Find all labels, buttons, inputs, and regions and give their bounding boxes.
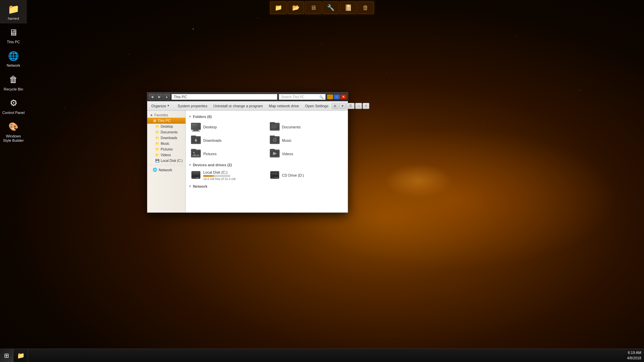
- start-button[interactable]: ⊞: [0, 349, 13, 362]
- local-disk-icon: [191, 170, 201, 181]
- hamed-folder-icon: 📁: [7, 3, 20, 15]
- explorer-window: ◀ ▶ ▲ This PC Search This PC 🔍 _ □ ✕ Org…: [147, 92, 348, 213]
- drive-item-c[interactable]: Local Disk (C:) 18.6 GB free of 31.4 GB: [189, 169, 267, 182]
- sidebar-item-this-pc[interactable]: 🖥 This PC: [147, 118, 185, 124]
- desktop-icon-control-panel[interactable]: ⚙ Control Panel: [0, 94, 27, 118]
- sidebar-item-desktop[interactable]: 📁 Desktop: [147, 124, 185, 129]
- address-bar[interactable]: This PC: [171, 94, 277, 100]
- star-icon: ★: [150, 113, 153, 117]
- devices-grid: Local Disk (C:) 18.6 GB free of 31.4 GB: [189, 169, 345, 182]
- view-icons-button[interactable]: ⊞: [332, 103, 338, 109]
- svg-rect-9: [271, 124, 279, 129]
- taskbar: ⊞ 📁 6:19 AM 4/8/2018: [0, 349, 644, 362]
- recycle-bin-label: Recycle Bin: [4, 87, 23, 92]
- folder-item-pictures[interactable]: Pictures: [189, 147, 267, 160]
- this-pc-icon: 🖥: [7, 26, 20, 39]
- recycle-bin-icon: 🗑: [7, 73, 20, 86]
- sidebar-item-downloads[interactable]: 📁 Downloads: [147, 135, 185, 141]
- organize-chevron: ▼: [167, 104, 170, 107]
- search-icon: 🔍: [319, 95, 323, 99]
- documents-folder-icon: 📁: [155, 130, 159, 134]
- style-builder-icon: 🎨: [7, 120, 20, 133]
- cd-drive-name: CD Drive (D:): [282, 173, 304, 177]
- toolbar-view-controls: ⊞ ▼ ☰ □ ?: [332, 103, 369, 109]
- search-bar[interactable]: Search This PC 🔍: [279, 94, 326, 100]
- control-panel-label: Control Panel: [2, 111, 25, 115]
- videos-folder-icon-large: [269, 148, 280, 159]
- system-properties-button[interactable]: System properties: [175, 103, 210, 109]
- forward-button[interactable]: ▶: [156, 94, 163, 100]
- devices-chevron-icon: ▼: [189, 163, 192, 167]
- pictures-folder-icon: 📁: [155, 147, 159, 151]
- title-bar: ◀ ▶ ▲ This PC Search This PC 🔍 _ □ ✕: [147, 93, 348, 101]
- top-toolbar: 📁 📂 🖥 🔧 📔 🗑: [269, 0, 375, 15]
- drive-item-d[interactable]: CD Drive (D:): [267, 169, 345, 182]
- desktop-icon-this-pc[interactable]: 🖥 This PC: [0, 23, 27, 47]
- folders-chevron-icon: ▼: [189, 115, 192, 118]
- view-preview-button[interactable]: □: [355, 103, 362, 109]
- organize-menu[interactable]: Organize ▼: [149, 103, 172, 109]
- back-button[interactable]: ◀: [149, 94, 155, 100]
- desktop-icon-area: 📁 hamed 🖥 This PC 🌐 Network 🗑 Recycle Bi…: [0, 0, 30, 145]
- local-disk-name: Local Disk (C:): [203, 170, 236, 174]
- desktop-folder-name: Desktop: [203, 125, 217, 129]
- folders-label: Folders (6): [193, 115, 212, 119]
- toolbar-btn-book[interactable]: 📔: [340, 1, 357, 14]
- style-builder-label: Windows Style Builder: [2, 134, 25, 143]
- desktop-icon-recycle-bin[interactable]: 🗑 Recycle Bin: [0, 71, 27, 94]
- taskbar-pinned-explorer[interactable]: 📁: [13, 349, 28, 362]
- disk-usage-bar-fill: [204, 175, 214, 177]
- network-row: ▼ Network: [189, 184, 345, 188]
- desktop-icon-hamed[interactable]: 📁 hamed: [0, 0, 27, 23]
- folder-item-documents[interactable]: Documents: [267, 121, 345, 133]
- view-dropdown-button[interactable]: ▼: [339, 103, 346, 109]
- sidebar-separator: [147, 165, 185, 165]
- sidebar-item-music[interactable]: 📁 Music: [147, 141, 185, 146]
- documents-folder-name: Documents: [282, 125, 301, 129]
- local-disk-sidebar-icon: 💾: [155, 159, 159, 163]
- folder-item-videos[interactable]: Videos: [267, 147, 345, 160]
- desktop-folder-icon: 📁: [155, 125, 159, 128]
- cd-drive-icon: [269, 170, 280, 181]
- sidebar-item-network[interactable]: 🌐 Network: [147, 167, 185, 173]
- documents-folder-icon-large: [269, 122, 280, 132]
- folder-item-desktop[interactable]: Desktop: [189, 121, 267, 133]
- sidebar-item-videos[interactable]: 📁 Videos: [147, 152, 185, 158]
- explorer-taskbar-icon: 📁: [17, 352, 24, 359]
- pictures-folder-name: Pictures: [203, 152, 217, 156]
- svg-point-22: [274, 139, 275, 141]
- hamed-label: hamed: [8, 16, 19, 21]
- downloads-folder-name: Downloads: [203, 138, 221, 142]
- windows-logo-icon: ⊞: [4, 352, 9, 359]
- cd-drive-info: CD Drive (D:): [282, 173, 304, 177]
- svg-rect-3: [193, 130, 199, 131]
- devices-section-header: ▼ Devices and drives (2): [189, 163, 345, 167]
- map-network-button[interactable]: Map network drive: [266, 103, 302, 109]
- toolbar-btn-folder[interactable]: 📁: [270, 1, 287, 14]
- minimize-button[interactable]: _: [327, 95, 333, 99]
- close-button[interactable]: ✕: [340, 95, 346, 99]
- help-button[interactable]: ?: [363, 103, 369, 109]
- sidebar: ★ Favorites 🖥 This PC 📁 Desktop 📁 Docume…: [147, 111, 186, 213]
- toolbar-btn-monitor[interactable]: 🖥: [305, 1, 322, 14]
- toolbar-btn-recycle[interactable]: 🗑: [357, 1, 374, 14]
- open-settings-button[interactable]: Open Settings: [302, 103, 331, 109]
- uninstall-button[interactable]: Uninstall or change a program: [211, 103, 265, 109]
- desktop-icon-network[interactable]: 🌐 Network: [0, 47, 27, 70]
- up-button[interactable]: ▲: [163, 94, 170, 100]
- sidebar-item-documents[interactable]: 📁 Documents: [147, 129, 185, 135]
- sidebar-favorites-header: ★ Favorites: [147, 113, 185, 118]
- toolbar-btn-open-folder[interactable]: 📂: [287, 1, 304, 14]
- music-folder-icon-large: [269, 135, 280, 146]
- toolbar-btn-tool[interactable]: 🔧: [322, 1, 339, 14]
- network-label: Network: [7, 63, 20, 68]
- sidebar-item-local-disk[interactable]: 💾 Local Disk (C:): [147, 158, 185, 164]
- view-list-button[interactable]: ☰: [346, 103, 355, 109]
- downloads-folder-icon-large: [191, 135, 201, 146]
- sidebar-item-pictures[interactable]: 📁 Pictures: [147, 146, 185, 152]
- folder-item-downloads[interactable]: Downloads: [189, 134, 267, 147]
- desktop-icon-style-builder[interactable]: 🎨 Windows Style Builder: [0, 118, 27, 145]
- maximize-button[interactable]: □: [334, 95, 340, 99]
- folder-item-music[interactable]: Music: [267, 134, 345, 147]
- folders-section-header: ▼ Folders (6): [189, 115, 345, 119]
